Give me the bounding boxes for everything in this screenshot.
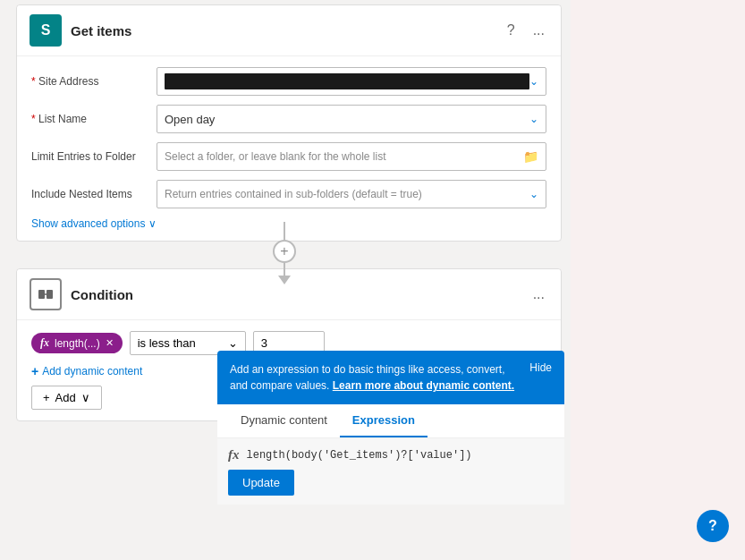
sharepoint-icon: S: [30, 14, 62, 47]
show-advanced-label: Show advanced options: [31, 217, 145, 230]
card-header-get-items: S Get items ? ...: [17, 5, 561, 56]
list-name-control[interactable]: Open day ⌄: [157, 105, 546, 133]
popup-message-text: Add an expression to do basic things lik…: [230, 361, 521, 394]
update-button[interactable]: Update: [228, 470, 294, 496]
card-header-actions: ? ...: [504, 21, 548, 40]
site-address-dropdown-icon: ⌄: [529, 75, 538, 88]
condition-value-text: 3: [261, 336, 267, 350]
list-name-label: List Name: [31, 113, 157, 125]
include-nested-label: Include Nested Items: [31, 188, 157, 200]
more-options-button[interactable]: ...: [529, 21, 548, 40]
tab-dynamic-content-label: Dynamic content: [241, 413, 327, 427]
expression-popup: Add an expression to do basic things lik…: [217, 351, 564, 505]
list-name-dropdown-icon: ⌄: [529, 113, 538, 125]
site-address-value: [165, 73, 529, 89]
condition-icon: [30, 278, 62, 310]
condition-header-actions: ...: [529, 284, 548, 304]
help-button[interactable]: ?: [504, 21, 519, 40]
condition-title: Condition: [71, 287, 529, 302]
expr-input-row: fx: [228, 447, 554, 462]
help-circle-button[interactable]: ?: [697, 510, 729, 542]
operator-label: is less than: [138, 336, 196, 350]
limit-entries-control[interactable]: Select a folder, or leave blank for the …: [157, 142, 546, 171]
fx-label-icon: fx: [228, 447, 240, 462]
add-label: Add: [55, 391, 76, 404]
svg-rect-0: [38, 290, 45, 299]
include-nested-control[interactable]: Return entries contained in sub-folders …: [157, 180, 546, 208]
condition-more-button[interactable]: ...: [529, 284, 548, 304]
dynamic-content-label: Add dynamic content: [42, 365, 142, 378]
site-address-label: Site Address: [31, 75, 157, 88]
add-chevron-icon: ∨: [81, 391, 90, 404]
operator-chevron-icon: ⌄: [228, 336, 238, 350]
add-button[interactable]: + Add ∨: [31, 386, 102, 410]
include-nested-placeholder: Return entries contained in sub-folders …: [165, 188, 422, 200]
include-nested-row: Include Nested Items Return entries cont…: [31, 180, 546, 208]
site-address-control[interactable]: ⌄: [157, 67, 546, 96]
get-items-card: S Get items ? ... Site Address ⌄ List Na…: [16, 4, 562, 242]
popup-message: Add an expression to do basic things lik…: [217, 351, 564, 404]
add-dynamic-content-button[interactable]: + Add dynamic content: [31, 364, 142, 378]
dynamic-content-plus-icon: +: [31, 364, 38, 378]
fx-chip-label: length(...): [55, 337, 100, 350]
tab-dynamic-content[interactable]: Dynamic content: [228, 404, 340, 437]
popup-learn-link[interactable]: Learn more about dynamic content.: [333, 379, 514, 392]
connector-line-bottom: [284, 263, 285, 276]
limit-entries-label: Limit Entries to Folder: [31, 150, 157, 163]
fx-chip[interactable]: fx length(...) ✕: [31, 333, 123, 353]
add-plus-icon: +: [43, 391, 50, 404]
list-name-value: Open day: [165, 113, 215, 126]
card-body-get-items: Site Address ⌄ List Name Open day ⌄ Limi…: [17, 56, 561, 241]
show-advanced-chevron-icon: ∨: [148, 217, 157, 230]
folder-icon: 📁: [523, 149, 538, 164]
tab-expression-label: Expression: [352, 413, 415, 427]
limit-entries-placeholder: Select a folder, or leave blank for the …: [165, 150, 385, 163]
popup-expression-section: fx Update: [217, 438, 564, 505]
list-name-row: List Name Open day ⌄: [31, 105, 546, 133]
popup-hide-button[interactable]: Hide: [521, 361, 552, 374]
plus-icon: +: [280, 243, 288, 259]
fx-chip-close-icon[interactable]: ✕: [106, 337, 114, 349]
fx-chip-icon: fx: [40, 336, 49, 350]
right-panel-bg: [571, 0, 745, 560]
connector: +: [273, 222, 296, 284]
connector-line-top: [284, 222, 285, 240]
limit-entries-row: Limit Entries to Folder Select a folder,…: [31, 142, 546, 171]
add-step-button[interactable]: +: [273, 240, 296, 263]
get-items-title: Get items: [71, 23, 504, 38]
include-nested-dropdown-icon: ⌄: [529, 188, 538, 200]
tab-expression[interactable]: Expression: [340, 404, 428, 437]
site-address-row: Site Address ⌄: [31, 67, 546, 96]
show-advanced-button[interactable]: Show advanced options ∨: [31, 217, 157, 230]
svg-rect-1: [47, 290, 53, 299]
expression-input[interactable]: [247, 449, 555, 462]
popup-tabs: Dynamic content Expression: [217, 404, 564, 438]
connector-arrow-icon: [278, 276, 291, 284]
